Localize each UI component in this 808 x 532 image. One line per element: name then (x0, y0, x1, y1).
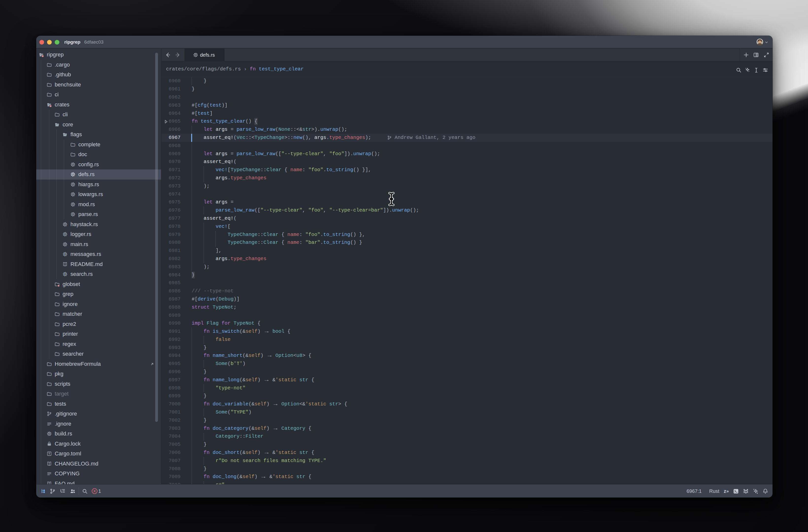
svg-text:R: R (72, 203, 74, 206)
svg-text:z: z (724, 489, 726, 494)
svg-text:R: R (72, 173, 74, 176)
svg-text:R: R (48, 433, 50, 435)
svg-text:R: R (195, 54, 197, 56)
svg-text:R: R (72, 183, 74, 186)
svg-text:R: R (64, 253, 66, 256)
svg-text:»: » (727, 489, 729, 494)
svg-text:R: R (72, 193, 74, 196)
svg-text:R: R (64, 233, 66, 236)
svg-text:R: R (64, 223, 66, 226)
svg-text:R: R (64, 273, 66, 276)
svg-text:R: R (72, 213, 74, 216)
svg-text:R: R (64, 243, 66, 245)
svg-text:R: R (72, 163, 74, 166)
